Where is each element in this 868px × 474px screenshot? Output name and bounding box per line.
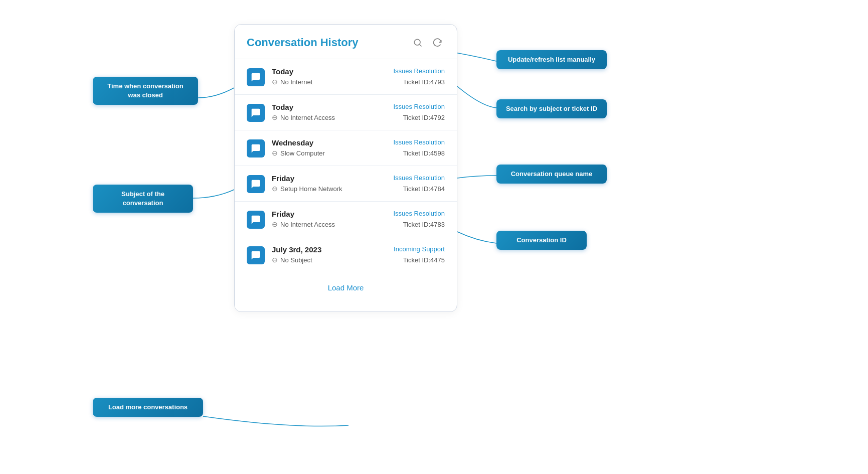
conv-bottom-2: Slow Computer Ticket ID:4598	[272, 149, 445, 157]
annotation-search: Search by subject or ticket ID	[496, 99, 607, 118]
conv-queue-1: Issues Resolution	[393, 103, 445, 110]
conv-icon-4	[247, 211, 265, 229]
conv-subject-3: Setup Home Network	[272, 185, 342, 193]
load-more-button[interactable]: Load More	[328, 283, 364, 292]
conv-icon-3	[247, 175, 265, 193]
panel-header: Conversation History	[235, 25, 457, 59]
conv-icon-1	[247, 104, 265, 122]
conv-top-3: Friday Issues Resolution	[272, 174, 445, 183]
annotation-refresh: Update/refresh list manually	[496, 50, 607, 69]
conv-icon-5	[247, 246, 265, 264]
conv-ticket-2: Ticket ID:4598	[403, 149, 445, 157]
conv-top-0: Today Issues Resolution	[272, 67, 445, 76]
conv-queue-3: Issues Resolution	[393, 174, 445, 182]
conv-date-0: Today	[272, 67, 293, 76]
conv-queue-5: Incoming Support	[394, 245, 445, 253]
conv-bottom-3: Setup Home Network Ticket ID:4784	[272, 185, 445, 193]
conv-ticket-5: Ticket ID:4475	[403, 256, 445, 264]
conv-icon-0	[247, 68, 265, 86]
conversation-list: Today Issues Resolution No Internet Tick…	[235, 59, 457, 272]
conv-content-1: Today Issues Resolution No Internet Acce…	[272, 103, 445, 121]
conv-ticket-1: Ticket ID:4792	[403, 114, 445, 121]
annotation-subject: Subject of the conversation	[93, 185, 193, 213]
conv-top-4: Friday Issues Resolution	[272, 210, 445, 218]
annotation-time-closed: Time when conversation was closed	[93, 77, 198, 105]
annotation-load-more: Load more conversations	[93, 398, 203, 417]
search-icon[interactable]	[411, 36, 425, 50]
conversation-item[interactable]: Friday Issues Resolution Setup Home Netw…	[235, 166, 457, 201]
conversation-item[interactable]: July 3rd, 2023 Incoming Support No Subje…	[235, 237, 457, 272]
conv-subject-0: No Internet	[272, 78, 312, 86]
conv-top-2: Wednesday Issues Resolution	[272, 138, 445, 147]
conversation-item[interactable]: Today Issues Resolution No Internet Acce…	[235, 94, 457, 130]
conv-bottom-0: No Internet Ticket ID:4793	[272, 78, 445, 86]
load-more-container: Load More	[235, 272, 457, 296]
conv-ticket-4: Ticket ID:4783	[403, 221, 445, 228]
conv-subject-1: No Internet Access	[272, 113, 335, 121]
conversation-item[interactable]: Wednesday Issues Resolution Slow Compute…	[235, 130, 457, 166]
conv-date-4: Friday	[272, 210, 294, 218]
conv-queue-0: Issues Resolution	[393, 67, 445, 75]
conv-date-1: Today	[272, 103, 293, 111]
conv-subject-2: Slow Computer	[272, 149, 325, 157]
panel-title: Conversation History	[247, 36, 359, 49]
conv-date-2: Wednesday	[272, 138, 313, 147]
conv-queue-2: Issues Resolution	[393, 138, 445, 146]
conv-bottom-1: No Internet Access Ticket ID:4792	[272, 113, 445, 121]
conv-ticket-3: Ticket ID:4784	[403, 185, 445, 193]
conv-content-3: Friday Issues Resolution Setup Home Netw…	[272, 174, 445, 193]
conversation-item[interactable]: Friday Issues Resolution No Internet Acc…	[235, 201, 457, 237]
conv-date-5: July 3rd, 2023	[272, 245, 321, 254]
conv-top-5: July 3rd, 2023 Incoming Support	[272, 245, 445, 254]
conv-subject-5: No Subject	[272, 256, 312, 264]
panel-icons	[411, 36, 445, 50]
svg-line-1	[420, 45, 422, 47]
conv-queue-4: Issues Resolution	[393, 210, 445, 217]
conv-content-5: July 3rd, 2023 Incoming Support No Subje…	[272, 245, 445, 264]
svg-point-0	[414, 39, 420, 45]
refresh-icon[interactable]	[431, 36, 445, 50]
conv-icon-2	[247, 139, 265, 157]
annotation-conv-id: Conversation ID	[496, 231, 587, 250]
conv-bottom-5: No Subject Ticket ID:4475	[272, 256, 445, 264]
conversation-history-panel: Conversation History To	[234, 24, 457, 312]
conv-ticket-0: Ticket ID:4793	[403, 78, 445, 86]
conv-content-4: Friday Issues Resolution No Internet Acc…	[272, 210, 445, 228]
conv-content-2: Wednesday Issues Resolution Slow Compute…	[272, 138, 445, 157]
conv-date-3: Friday	[272, 174, 294, 183]
conv-content-0: Today Issues Resolution No Internet Tick…	[272, 67, 445, 86]
conv-bottom-4: No Internet Access Ticket ID:4783	[272, 220, 445, 228]
conv-top-1: Today Issues Resolution	[272, 103, 445, 111]
annotation-queue: Conversation queue name	[496, 165, 607, 184]
conv-subject-4: No Internet Access	[272, 220, 335, 228]
conversation-item[interactable]: Today Issues Resolution No Internet Tick…	[235, 59, 457, 94]
